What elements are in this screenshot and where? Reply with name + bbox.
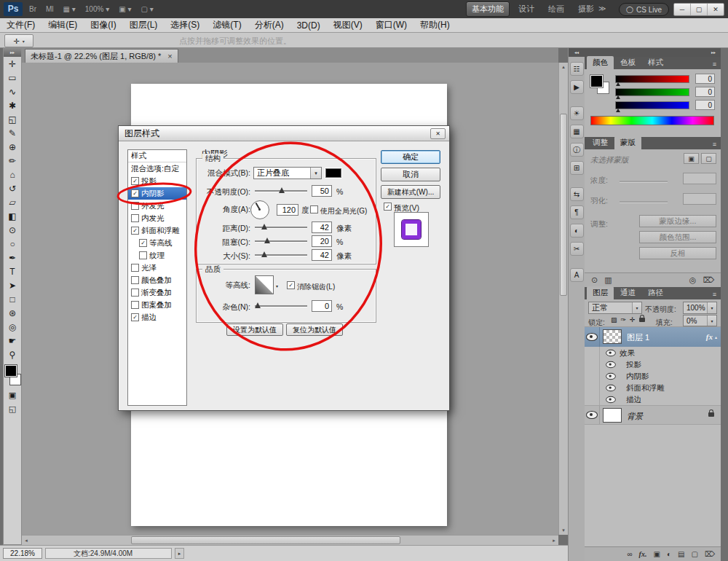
invert-button[interactable]: 反相 bbox=[639, 247, 716, 259]
quick-mask-button[interactable]: ▣ bbox=[4, 388, 21, 402]
mask-edge-button[interactable]: 蒙版边缘... bbox=[639, 215, 716, 227]
slider-thumb[interactable] bbox=[261, 251, 267, 257]
brush-tool[interactable]: ✏ bbox=[4, 154, 21, 168]
workspace-design[interactable]: 设计 bbox=[513, 2, 539, 16]
dodge-tool[interactable]: ○ bbox=[4, 237, 21, 251]
red-slider[interactable] bbox=[615, 75, 689, 83]
opacity-dropdown[interactable]: 100% ▾ bbox=[683, 302, 717, 314]
strip-collapse-icon[interactable]: ◂◂ bbox=[569, 48, 585, 57]
layer-thumbnail[interactable] bbox=[603, 329, 622, 344]
scissors-icon[interactable]: ✂ bbox=[570, 242, 584, 256]
lock-position-icon[interactable]: ✛ bbox=[630, 316, 636, 323]
checkbox-icon[interactable] bbox=[131, 264, 139, 272]
healing-brush-tool[interactable]: ⊕ bbox=[4, 140, 21, 154]
styles-item[interactable]: 样式 bbox=[128, 150, 186, 162]
lock-pixels-icon[interactable]: ✑ bbox=[621, 316, 627, 323]
noise-value[interactable]: 0 bbox=[312, 300, 332, 312]
gradient-tool[interactable]: ◧ bbox=[4, 209, 21, 223]
mini-bridge-icon[interactable]: Ml bbox=[46, 5, 54, 13]
zoom-level[interactable]: 100% ▾ bbox=[85, 5, 109, 13]
marquee-tool[interactable]: ▭ bbox=[4, 71, 21, 85]
add-pixel-mask-icon[interactable]: ▣ bbox=[684, 153, 699, 164]
screen-mode-button[interactable]: ◱ bbox=[4, 402, 21, 416]
outer-glow-item[interactable]: 外发光 bbox=[128, 200, 186, 212]
vertical-scroll-thumb[interactable] bbox=[560, 114, 567, 296]
dialog-close-icon[interactable]: ✕ bbox=[430, 128, 446, 139]
green-value[interactable]: 0 bbox=[695, 87, 715, 97]
texture-item[interactable]: 纹理 bbox=[128, 249, 186, 262]
eraser-tool[interactable]: ▱ bbox=[4, 195, 21, 209]
lock-transparent-icon[interactable]: ▨ bbox=[611, 316, 617, 323]
restore-button[interactable]: ▢ bbox=[691, 4, 708, 15]
menu-file[interactable]: 文件(F) bbox=[0, 19, 41, 31]
shadow-color-swatch[interactable] bbox=[325, 168, 341, 178]
ok-button[interactable]: 确定 bbox=[381, 150, 440, 164]
panel-menu-icon[interactable]: ≡ bbox=[713, 141, 721, 149]
color-overlay-item[interactable]: 颜色叠加 bbox=[128, 274, 186, 286]
satin-item[interactable]: 光泽 bbox=[128, 262, 186, 274]
sun-icon[interactable]: ☀ bbox=[570, 106, 584, 120]
blue-value[interactable]: 0 bbox=[695, 100, 715, 110]
checkbox-icon[interactable] bbox=[131, 227, 139, 235]
layer-row-background[interactable]: 背景 bbox=[585, 405, 721, 425]
panel-menu-icon[interactable]: ≡ bbox=[713, 291, 721, 299]
tool-preset-picker[interactable]: ✛ ▾ bbox=[4, 34, 33, 47]
color-spectrum-ramp[interactable] bbox=[590, 116, 714, 125]
blend-mode-dropdown[interactable]: 正常 ▾ bbox=[588, 302, 642, 314]
delete-mask-icon[interactable]: ⌦ bbox=[703, 275, 714, 285]
panel-menu-icon[interactable]: ≡ bbox=[713, 60, 721, 69]
checkbox-icon[interactable] bbox=[131, 276, 139, 284]
arrange-documents-icon[interactable]: ▣ ▾ bbox=[119, 5, 131, 13]
effect-row[interactable]: 投影 bbox=[585, 358, 721, 370]
stroke-item[interactable]: 描边 bbox=[128, 311, 186, 323]
angle-value[interactable]: 120 bbox=[277, 204, 298, 216]
lasso-tool[interactable]: ∿ bbox=[4, 85, 21, 98]
history-brush-tool[interactable]: ↺ bbox=[4, 181, 21, 195]
blending-options-item[interactable]: 混合选项:自定 bbox=[128, 162, 186, 175]
clone-stamp-tool[interactable]: ⌂ bbox=[4, 168, 21, 181]
eye-icon[interactable] bbox=[606, 350, 616, 356]
crop-tool[interactable]: ◱ bbox=[4, 112, 21, 126]
workspace-essentials[interactable]: 基本功能 bbox=[466, 1, 510, 17]
grid-plus-icon[interactable]: ⊞ bbox=[570, 161, 584, 175]
delete-layer-icon[interactable]: ⌦ bbox=[705, 550, 715, 558]
layer-row-layer1[interactable]: 图层 1 fx ▴ bbox=[585, 327, 721, 347]
new-style-button[interactable]: 新建样式(W)... bbox=[381, 185, 440, 199]
apply-mask-icon[interactable]: ▥ bbox=[604, 275, 612, 285]
dialog-titlebar[interactable]: 图层样式 bbox=[119, 126, 449, 141]
status-menu-arrow-icon[interactable]: ▸ bbox=[175, 548, 184, 559]
eye-icon[interactable] bbox=[606, 385, 616, 391]
menu-filter[interactable]: 滤镜(T) bbox=[206, 19, 248, 31]
checkbox-icon[interactable] bbox=[131, 301, 139, 309]
layer-name[interactable]: 图层 1 bbox=[627, 332, 649, 343]
checkbox-icon[interactable] bbox=[131, 202, 139, 210]
panels-grid-icon[interactable]: ☷ bbox=[570, 62, 584, 76]
menu-window[interactable]: 窗口(W) bbox=[369, 19, 414, 31]
tab-channels[interactable]: 通道 bbox=[614, 286, 641, 299]
gradient-overlay-item[interactable]: 渐变叠加 bbox=[128, 286, 186, 299]
bevel-emboss-item[interactable]: 斜面和浮雕 bbox=[128, 224, 186, 237]
bridge-icon[interactable]: Br bbox=[29, 5, 36, 13]
photo-icon[interactable]: ▦ bbox=[570, 125, 584, 138]
slider-thumb[interactable] bbox=[264, 238, 270, 243]
status-zoom-field[interactable]: 22.18% bbox=[3, 548, 42, 559]
menu-layer[interactable]: 图层(L) bbox=[123, 19, 165, 31]
global-light-checkbox[interactable] bbox=[310, 205, 318, 213]
menu-view[interactable]: 视图(V) bbox=[327, 19, 369, 31]
layer-thumbnail[interactable] bbox=[603, 408, 622, 423]
link-layers-icon[interactable]: ∞ bbox=[627, 550, 632, 558]
rotate-3d-tool[interactable]: ⊛ bbox=[4, 306, 21, 320]
slider-thumb[interactable] bbox=[261, 224, 267, 230]
layer-name[interactable]: 背景 bbox=[627, 411, 643, 422]
tab-layers[interactable]: 图层 bbox=[587, 286, 614, 299]
scroll-up-icon[interactable]: ▴ bbox=[559, 63, 568, 71]
noise-slider[interactable] bbox=[255, 302, 307, 309]
effect-row[interactable]: 描边 bbox=[585, 393, 721, 405]
menu-3d[interactable]: 3D(D) bbox=[290, 20, 327, 31]
feather-slider[interactable] bbox=[620, 201, 668, 203]
distance-value[interactable]: 42 bbox=[312, 221, 332, 233]
checkbox-icon[interactable] bbox=[131, 214, 139, 222]
new-group-icon[interactable]: ▤ bbox=[678, 550, 684, 558]
screen-mode-icon[interactable]: ▢ ▾ bbox=[141, 5, 153, 13]
half-circle-icon[interactable]: ◐ bbox=[570, 224, 584, 238]
